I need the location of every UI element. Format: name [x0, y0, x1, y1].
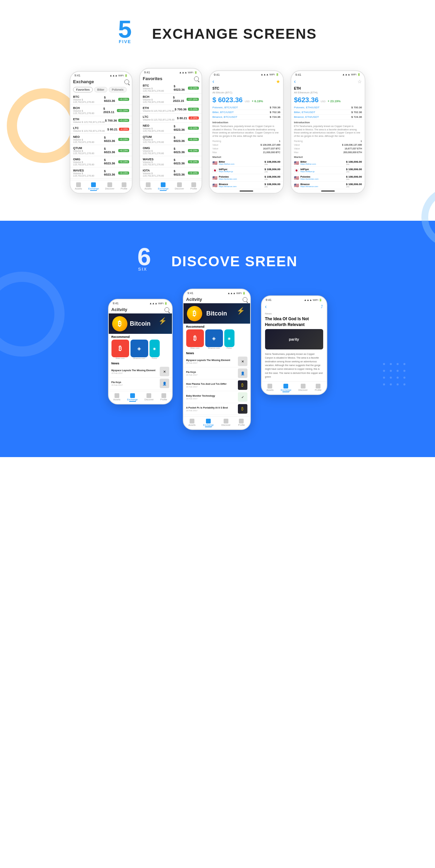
nav3-assets[interactable]: Assets [113, 393, 120, 402]
btc-volume: Value 16,677,037 BTC [210, 147, 283, 150]
news2-item-3[interactable]: How Plasma Tvs And Lcd Tvs Differ 15 Feb… [184, 379, 250, 391]
star-icon-btc[interactable]: ★ [276, 79, 280, 84]
search-icon-activity1[interactable] [164, 307, 169, 312]
search-icon-2[interactable] [194, 76, 199, 81]
nav3-profile[interactable]: Profile [160, 393, 167, 402]
assets-icon [76, 182, 81, 187]
recommend-card-binance-2[interactable]: ◈ Binance.com [205, 329, 223, 349]
favorites-list: BTCVolume $ 115,702,871,276.80 $ 6023.36… [140, 83, 202, 179]
crypto-row-neo[interactable]: NEOVolume $ 115,702,871,276.80 $ 6023.36… [70, 134, 132, 145]
search-icon-activity2[interactable] [243, 297, 247, 302]
fav-neo[interactable]: NEOVolume $ 115,702,871,276.80 $ 6023.36… [140, 123, 202, 134]
crypto-row-eth[interactable]: ETHVolume $ 115,702,871,276.80 $ 700.36 … [70, 116, 132, 125]
crypto-row-qtum[interactable]: QTUMVolume $ 115,702,871,276.80 $ 6023.3… [70, 145, 132, 156]
fav-ltc[interactable]: LTCVolume $ 115,702,871,276.80 $ 80.21 -… [140, 114, 202, 123]
news-item-1[interactable]: Myspace Layouts The Missing Element 15 F… [109, 366, 172, 378]
phone1-app-header: Exchange [70, 78, 132, 86]
nav2-exchange[interactable]: Exchange [158, 182, 169, 191]
fav-btc[interactable]: BTCVolume $ 115,702,871,276.80 $ 6023.36… [140, 83, 202, 94]
recommend-card-binance[interactable]: ◈ Binance.com [130, 340, 148, 359]
fav-waves[interactable]: WAVESVolume $ 115,702,871,276.80 $ 6023.… [140, 156, 202, 167]
btc-price: $ 6023.36 [212, 96, 243, 104]
fav-eth[interactable]: ETHVolume $ 115,702,871,276.80 $ 700.36 … [140, 105, 202, 114]
news2-item-4[interactable]: Baby Monitor Technology 15 Feb 2017 ✓ [184, 391, 250, 403]
tab-poloneix[interactable]: Poloneix [109, 87, 127, 92]
bitcoin-coin-2: ₿ [187, 306, 202, 321]
eth-volume: Value 16,677,037 ETH [291, 147, 365, 150]
nav-exchange[interactable]: Exchange [88, 182, 99, 191]
btc-symbol: STC [210, 86, 283, 91]
fav-omg[interactable]: OMGVolume $ 115,702,871,276.80 $ 6023.36… [140, 145, 202, 156]
recommend-card-bitter-2[interactable]: ₿ Bitter.com [186, 329, 204, 349]
eth-name: All Ethereum (ETH) [291, 91, 365, 95]
recommend-card-polox[interactable]: ◉ Polox [150, 340, 160, 359]
nav3-discover[interactable]: Discover [144, 393, 154, 402]
btc-name: All Bitcoin (BTC) [210, 91, 283, 95]
exchange-phone-2: 9:41 ▲▲▲ WiFi 🔋 Favorites BTCVolume $ 11… [139, 68, 202, 194]
nav-profile[interactable]: Profile [121, 182, 127, 191]
tab-bitter[interactable]: Bitter [94, 87, 107, 92]
news2-item-1[interactable]: Myspace Layouts The Missing Element 15 F… [184, 356, 250, 367]
search-icon[interactable] [124, 79, 129, 84]
activity1-status: 9:41 ▲▲▲ WiFi 🔋 [109, 300, 172, 306]
activity2-status: 9:41 ▲▲▲ WiFi 🔋 [184, 289, 250, 295]
section6-title: DISCOVE SREEN [171, 253, 297, 270]
crypto-row-waves[interactable]: WAVESVolume $ 115,702,871,276.80 $ 6023.… [70, 167, 132, 179]
nav2-discover[interactable]: Discover [175, 182, 184, 191]
btc-detail-header: ‹ ★ [210, 77, 283, 86]
crypto-row-ltc[interactable]: LTCVolume $ 115,702,871,276.80 $ 80.21 -… [70, 125, 132, 134]
article-body: Sierra Tarahumara, popularly known as Co… [262, 351, 327, 380]
fav-qtum[interactable]: QTUMVolume $ 115,702,871,276.80 $ 6023.3… [140, 134, 202, 145]
btc-market-title: Market [210, 154, 283, 159]
market-bitter[interactable]: 🇺🇸 Bitter https://bither.com $ 108,006.0… [210, 159, 283, 167]
nav2-profile[interactable]: Profile [190, 182, 197, 191]
phone2-status: 9:41 ▲▲▲ WiFi 🔋 [140, 69, 202, 75]
eth-market-poloniex[interactable]: 🇺🇸 Poloniex https://poloniex.com $ 108,0… [291, 174, 365, 182]
nav3-exchange[interactable]: Exchange [127, 393, 138, 402]
nav5-exchange[interactable]: Exchange [281, 384, 291, 392]
nav-assets[interactable]: Assets [75, 182, 82, 191]
share-icon[interactable]: ⤴ [321, 304, 323, 309]
article-image: parity [265, 329, 323, 349]
news2-item-5[interactable]: A Pocket Pc Is Portability At It S Best … [184, 403, 250, 415]
nav-discover[interactable]: Discover [105, 182, 114, 191]
phone2-bottom-nav: Assets Exchange Discover Profile [140, 180, 202, 193]
exchange-icon [91, 182, 96, 187]
eth-pair-3: Binance, ETH/USDT $ 724.36 [291, 115, 365, 120]
recommend-card-bitter[interactable]: ₿ Bitter.com [111, 340, 129, 359]
recommend-card-polox-2[interactable]: ◉ Polox [224, 329, 234, 349]
nav4-profile[interactable]: Profile [238, 419, 245, 427]
nav5-profile[interactable]: Profile [315, 384, 321, 392]
news-item-2[interactable]: Fta Keys 15 Feb 2017 👤 [109, 378, 172, 390]
nav5-discover[interactable]: Discover [298, 384, 308, 392]
btc-value: Value $ 108,006,137,489 [210, 143, 283, 147]
eth-market-bitflyer[interactable]: 🇯🇵 bitFlyer https://bitflyer.jp $ 108,00… [291, 167, 365, 174]
market-bitflyer[interactable]: 🇯🇵 bitFlyer https://bitflyer.jp $ 108,00… [210, 167, 283, 174]
star-icon-eth[interactable]: ☆ [358, 79, 362, 84]
bitcoin-text-2: Bitcoin [206, 310, 227, 317]
back-arrow-article[interactable]: ‹ [265, 304, 267, 310]
eth-market-bitter[interactable]: 🇺🇸 Bitter https://bither.com $ 108,006.0… [291, 159, 365, 167]
nav4-assets[interactable]: Assets [189, 419, 196, 427]
nav5-assets[interactable]: Assets [266, 384, 274, 392]
news-thumb-1: ✕ [160, 367, 169, 376]
market-binance[interactable]: 🇺🇸 Binance https://binance.com $ 108,006… [210, 182, 283, 189]
nav2-assets[interactable]: Assets [144, 182, 152, 191]
crypto-row-btc[interactable]: BTCVolume $ 115,702,871,276.80 $ 6023.36… [70, 94, 132, 105]
eth-market-binance[interactable]: 🇺🇸 Binance https://binance.com $ 108,006… [291, 182, 365, 189]
crypto-row-bch[interactable]: BCHVolume $ 115,702,871,276.80 $ 2023.11… [70, 105, 132, 116]
crypto-row-omg[interactable]: OMGVolume $ 115,702,871,276.80 $ 6023.36… [70, 156, 132, 167]
news2-item-2[interactable]: Fta Keys 15 Feb 2017 👤 [184, 367, 250, 379]
activity1-bottom-nav: Assets Exchange Discover Profile [109, 391, 172, 404]
back-arrow-eth[interactable]: ‹ [294, 78, 296, 85]
bitcoin-banner-2: ₿ Bitcoin ⚡ [184, 303, 250, 324]
fav-iota[interactable]: IOTAVolume $ 115,702,871,276.80 $ 6023.3… [140, 167, 202, 179]
section5-header: 5 FIVE EXCHANGE SCREENS [0, 0, 435, 61]
article-bottom-nav: Assets Exchange Discover Profile [262, 381, 327, 394]
nav4-discover[interactable]: Discover [221, 419, 230, 427]
back-arrow-btc[interactable]: ‹ [212, 78, 214, 85]
market-poloniex[interactable]: 🇺🇸 Poloniex https://poloniex.com $ 108,0… [210, 174, 283, 182]
tab-favorites[interactable]: Favorites [73, 87, 93, 92]
nav4-exchange[interactable]: Exchange [203, 419, 214, 427]
fav-bch[interactable]: BCHVolume $ 115,702,871,276.80 $ 2023.15… [140, 94, 202, 105]
